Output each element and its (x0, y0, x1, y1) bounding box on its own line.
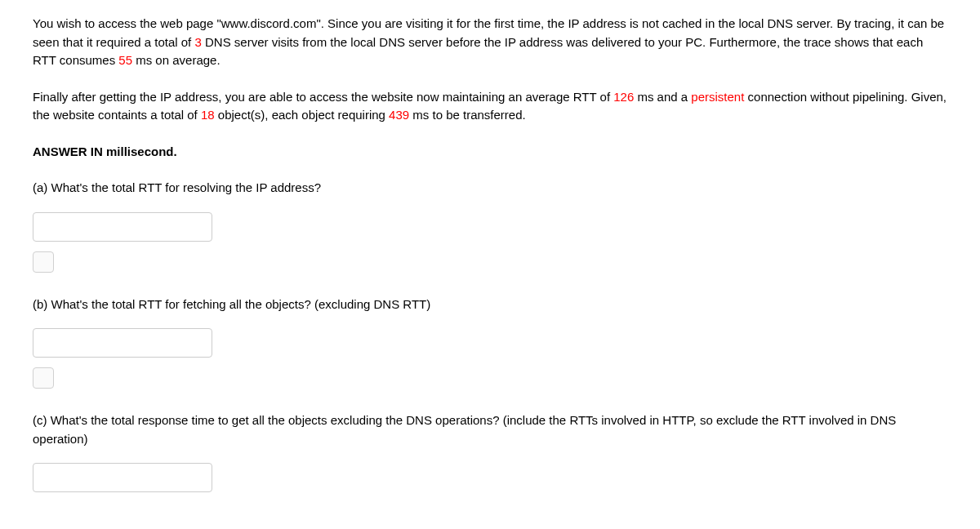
p1-text-c: ms on average. (132, 53, 220, 67)
dns-rtt-value: 55 (118, 53, 132, 67)
p2-text-e: ms to be transferred. (409, 108, 526, 122)
paragraph-2: Finally after getting the IP address, yo… (33, 88, 947, 125)
transfer-ms-value: 439 (389, 108, 409, 122)
p2-text-d: object(s), each object requiring (215, 108, 389, 122)
question-c: (c) What's the total response time to ge… (33, 411, 947, 492)
dns-visits-value: 3 (194, 35, 201, 49)
p2-text-a: Finally after getting the IP address, yo… (33, 90, 613, 104)
p2-text-b: ms and a (634, 90, 691, 104)
paragraph-1: You wish to access the web page "www.dis… (33, 15, 947, 70)
question-a-text: (a) What's the total RTT for resolving t… (33, 179, 947, 198)
feedback-box-b (33, 367, 54, 389)
question-a: (a) What's the total RTT for resolving t… (33, 179, 947, 273)
question-c-text: (c) What's the total response time to ge… (33, 411, 947, 448)
question-b: (b) What's the total RTT for fetching al… (33, 296, 947, 389)
answer-c-input[interactable] (33, 463, 212, 492)
persistent-value: persistent (691, 90, 744, 104)
answer-a-input[interactable] (33, 212, 212, 242)
http-rtt-value: 126 (613, 90, 634, 104)
feedback-box-a (33, 251, 54, 273)
answer-b-input[interactable] (33, 328, 212, 358)
answer-unit-instruction: ANSWER IN millisecond. (33, 143, 947, 162)
objects-value: 18 (201, 108, 215, 122)
question-b-text: (b) What's the total RTT for fetching al… (33, 296, 947, 314)
